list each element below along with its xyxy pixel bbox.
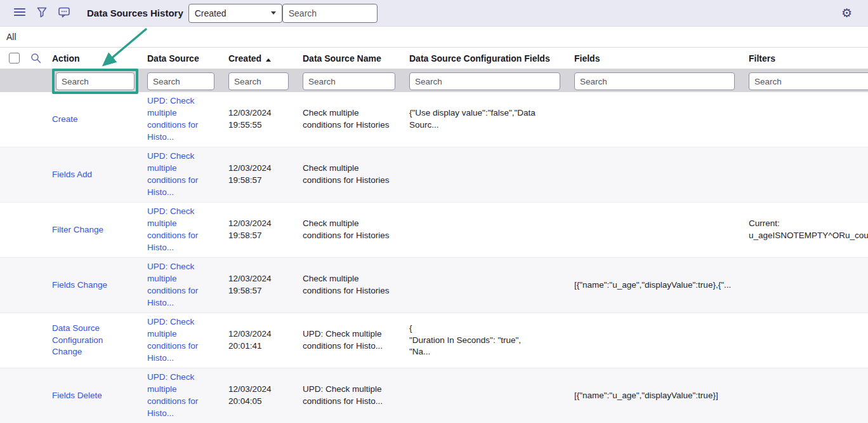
- column-header-fields[interactable]: Fields: [574, 53, 749, 64]
- table-row: Filter Change UPD: Check multiple condit…: [0, 203, 868, 258]
- data-sources-history-list: Data Sources History Created ⚙ All Actio…: [0, 0, 868, 423]
- data-source-name-filter-input[interactable]: [303, 72, 395, 90]
- config-fields-cell: { "Duration In Seconds": "true", "Na...: [409, 323, 574, 359]
- table-body: Create UPD: Check multiple conditions fo…: [0, 92, 868, 423]
- created-cell: 12/03/2024 19:58:57: [228, 163, 303, 187]
- fields-filter-input[interactable]: [574, 72, 735, 90]
- action-link[interactable]: Filter Change: [52, 225, 103, 234]
- fields-cell: [{"name":"u_age","displayValue":true}]: [574, 390, 749, 402]
- table-row: Fields Delete UPD: Check multiple condit…: [0, 368, 868, 423]
- column-header-filters[interactable]: Filters: [749, 53, 868, 64]
- data-source-name-cell: UPD: Check multiple conditions for Histo…: [303, 384, 409, 408]
- action-link[interactable]: Data Source Configuration Change: [52, 323, 103, 357]
- menu-button[interactable]: [14, 7, 25, 20]
- search-icon[interactable]: [30, 53, 41, 64]
- sort-ascending-icon: [266, 58, 271, 62]
- action-link[interactable]: Fields Change: [52, 280, 107, 290]
- created-cell: 12/03/2024 19:58:57: [228, 273, 303, 297]
- chat-icon: [58, 7, 70, 20]
- list-search-input[interactable]: [282, 4, 378, 23]
- funnel-icon: [37, 7, 47, 20]
- sort-field-dropdown[interactable]: Created: [188, 4, 282, 23]
- data-source-name-cell: UPD: Check multiple conditions for Histo…: [303, 328, 409, 352]
- created-cell: 12/03/2024 19:55:55: [228, 107, 303, 131]
- created-cell: 12/03/2024 20:04:05: [228, 384, 303, 408]
- action-filter-input[interactable]: [56, 72, 135, 90]
- chat-button[interactable]: [58, 7, 70, 20]
- table-row: Fields Change UPD: Check multiple condit…: [0, 258, 868, 313]
- breadcrumb-row: All: [0, 27, 868, 48]
- table-row: Create UPD: Check multiple conditions fo…: [0, 92, 868, 147]
- config-fields-filter-input[interactable]: [409, 72, 560, 90]
- created-filter-input[interactable]: [228, 72, 289, 90]
- data-source-name-cell: Check multiple conditions for Histories: [303, 273, 409, 297]
- data-source-name-cell: Check multiple conditions for Histories: [303, 107, 409, 131]
- data-source-link[interactable]: UPD: Check multiple conditions for Histo…: [147, 96, 198, 142]
- data-source-link[interactable]: UPD: Check multiple conditions for Histo…: [147, 317, 198, 363]
- column-header-created[interactable]: Created: [228, 53, 303, 64]
- data-source-link[interactable]: UPD: Check multiple conditions for Histo…: [147, 206, 198, 252]
- data-source-link[interactable]: UPD: Check multiple conditions for Histo…: [147, 151, 198, 197]
- data-source-link[interactable]: UPD: Check multiple conditions for Histo…: [147, 262, 198, 307]
- column-header-config-fields[interactable]: Data Source Configuration Fields: [409, 53, 574, 64]
- filters-filter-input[interactable]: [749, 72, 868, 90]
- page-title: Data Sources History: [87, 8, 183, 18]
- data-source-name-cell: Check multiple conditions for Histories: [303, 163, 409, 187]
- table-row: Fields Add UPD: Check multiple condition…: [0, 147, 868, 203]
- select-all-area: [0, 53, 52, 64]
- fields-cell: [{"name":"u_age","displayValue":true},{"…: [574, 279, 749, 292]
- table-row: Data Source Configuration Change UPD: Ch…: [0, 313, 868, 368]
- select-all-checkbox[interactable]: [9, 53, 20, 64]
- column-header-data-source[interactable]: Data Source: [147, 53, 228, 64]
- column-header-data-source-name[interactable]: Data Source Name: [303, 53, 409, 64]
- annotation-highlight: [52, 69, 138, 94]
- data-source-filter-input[interactable]: [147, 72, 214, 90]
- filters-cell: Current: u_ageISNOTEMPTY^ORu_cour: [749, 218, 868, 242]
- config-fields-cell: {"Use display value":"false","Data Sourc…: [409, 107, 574, 131]
- action-link[interactable]: Fields Add: [52, 170, 92, 179]
- data-source-link[interactable]: UPD: Check multiple conditions for Histo…: [147, 372, 198, 418]
- chevron-down-icon: [271, 11, 276, 15]
- column-header-action[interactable]: Action: [52, 53, 147, 64]
- sort-field-value: Created: [195, 8, 227, 18]
- breadcrumb-all[interactable]: All: [6, 32, 16, 42]
- hamburger-icon: [14, 8, 25, 18]
- table-header-row: Action Data Source Created Data Source N…: [0, 48, 868, 69]
- created-cell: 12/03/2024 19:58:57: [228, 218, 303, 242]
- column-filter-row: [0, 69, 868, 92]
- created-cell: 12/03/2024 20:01:41: [228, 328, 303, 352]
- filter-button[interactable]: [36, 7, 48, 20]
- top-bar: Data Sources History Created ⚙: [0, 0, 868, 27]
- data-source-name-cell: Check multiple conditions for Histories: [303, 218, 409, 242]
- action-link[interactable]: Create: [52, 114, 78, 124]
- action-link[interactable]: Fields Delete: [52, 391, 102, 400]
- gear-icon[interactable]: ⚙: [841, 7, 852, 19]
